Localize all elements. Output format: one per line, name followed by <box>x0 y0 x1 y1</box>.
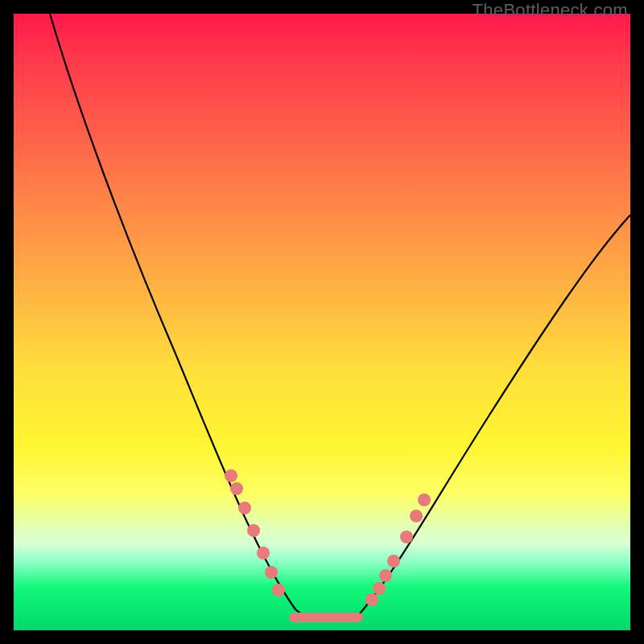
data-dot <box>418 493 431 506</box>
data-dot <box>272 584 285 597</box>
data-dot <box>373 582 386 595</box>
data-dot <box>247 524 260 537</box>
chart-frame <box>14 14 630 630</box>
data-dot <box>410 510 423 522</box>
data-dot <box>238 502 251 514</box>
data-dot <box>257 547 270 559</box>
data-dot <box>265 566 278 579</box>
data-dot <box>230 482 243 495</box>
watermark-text: TheBottleneck.com <box>473 0 628 21</box>
bottleneck-curve-plot <box>14 14 630 630</box>
v-curve <box>50 14 630 621</box>
data-dot <box>379 569 392 582</box>
data-dot <box>365 593 378 606</box>
data-dot <box>400 530 413 543</box>
data-dot <box>225 469 237 482</box>
data-dot <box>387 555 400 568</box>
right-dot-cluster <box>365 493 431 606</box>
